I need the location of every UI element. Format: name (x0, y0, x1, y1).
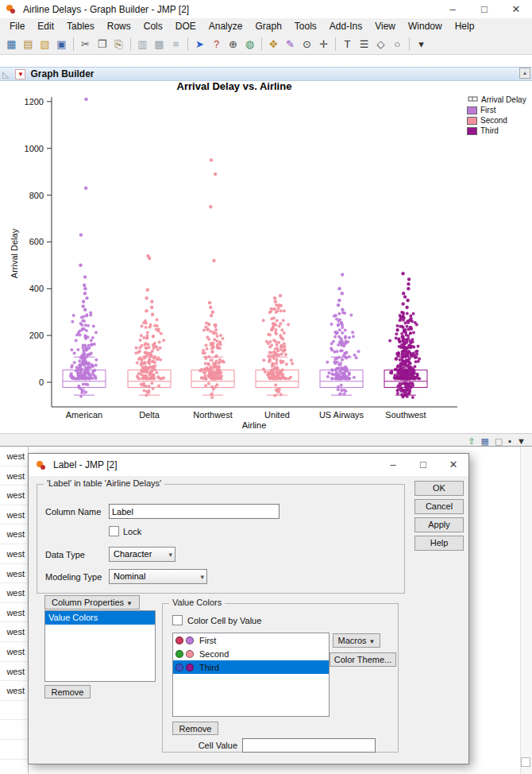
legend-swatch-second[interactable] (467, 117, 477, 125)
crosshair-tool-icon[interactable]: ⊕ (225, 37, 241, 52)
legend-entry-third[interactable]: Third (467, 126, 530, 135)
value-color-row-second[interactable]: Second (173, 647, 329, 660)
lock-checkbox[interactable] (109, 526, 119, 536)
legend-label: First (480, 106, 495, 114)
menu-view[interactable]: View (368, 18, 402, 34)
legend-swatch-third[interactable] (467, 127, 477, 135)
cell-value-input[interactable] (242, 738, 376, 753)
menu-cols[interactable]: Cols (137, 18, 169, 34)
cut-icon[interactable]: ✂ (77, 37, 94, 52)
vertical-scrollbar[interactable] (520, 447, 532, 774)
help-tool-icon[interactable]: ? (208, 37, 225, 52)
data-type-dropdown[interactable]: Character ▾ (109, 547, 175, 562)
legend-dropdown-icon[interactable]: ▼ (517, 436, 526, 446)
toolbar-separator (409, 37, 410, 51)
zoom-plus-tool-icon[interactable]: ✛ (315, 37, 332, 52)
dropdown-arrow-icon: ▼ (369, 638, 376, 645)
table-row-label[interactable]: west (0, 681, 28, 701)
macros-button[interactable]: Macros▼ (333, 633, 380, 648)
table-row-label[interactable]: west (0, 603, 28, 623)
menu-doe[interactable]: DOE (169, 18, 202, 34)
dialog-maximize-button[interactable]: □ (408, 454, 438, 476)
magnifier-tool-icon[interactable]: ⊙ (299, 37, 315, 52)
table-row-label[interactable]: west (0, 564, 28, 584)
black-swatch-icon[interactable]: ▪ (508, 436, 511, 446)
value-color-row-first[interactable]: First (173, 633, 329, 647)
table-row-label[interactable]: west (0, 583, 28, 603)
summary-icon[interactable]: ▥ (134, 37, 151, 52)
table-row-label[interactable]: west (0, 524, 28, 544)
svg-text:Arrival Delay: Arrival Delay (10, 228, 19, 278)
grid-view-icon[interactable]: ▦ (480, 436, 488, 446)
arrow-tool-icon[interactable]: ➤ (191, 37, 208, 52)
join-icon[interactable]: ▩ (151, 37, 168, 52)
pane-scroll-button[interactable]: ▴ (519, 68, 530, 79)
sort-icon[interactable]: ≡ (168, 37, 184, 52)
menu-addins[interactable]: Add-Ins (323, 18, 368, 34)
minimize-button[interactable]: – (437, 0, 468, 18)
color-cell-by-value-checkbox[interactable] (172, 615, 183, 625)
table-row-label[interactable]: west (0, 447, 28, 466)
menu-analyze[interactable]: Analyze (202, 18, 249, 34)
modeling-type-dropdown[interactable]: Nominal ▾ (109, 569, 207, 584)
table-row-label[interactable]: west (0, 466, 28, 486)
menu-tools[interactable]: Tools (288, 18, 323, 34)
disclosure-triangle-icon[interactable]: ◺ (2, 68, 9, 80)
remove-value-color-button[interactable]: Remove (172, 722, 218, 735)
status-bar: ⇧▦▢▪▼ (0, 433, 532, 446)
paste-icon[interactable]: ⎘ (110, 37, 127, 52)
table-row-label[interactable]: west (0, 622, 28, 642)
menu-tables[interactable]: Tables (60, 18, 101, 34)
annotate-lines-icon[interactable]: ☰ (356, 37, 372, 52)
copy-icon[interactable]: ❐ (94, 37, 110, 52)
new-journal-icon[interactable]: ▤ (20, 37, 37, 52)
white-swatch-icon[interactable]: ▢ (495, 436, 503, 446)
cancel-button[interactable]: Cancel (414, 499, 464, 514)
value-colors-group: Value Colors Color Cell by Value FirstSe… (162, 603, 399, 753)
globe-tool-icon[interactable]: ◍ (241, 37, 258, 52)
dialog-minimize-button[interactable]: – (378, 454, 408, 476)
annotate-oval-icon[interactable]: ○ (389, 37, 406, 52)
help-button[interactable]: Help (414, 536, 464, 551)
column-properties-button[interactable]: Column Properties▼ (44, 595, 140, 610)
red-triangle-menu-icon[interactable]: ▼ (15, 69, 25, 79)
legend-entry-second[interactable]: Second (467, 116, 530, 125)
apply-button[interactable]: Apply (414, 517, 464, 532)
properties-list[interactable]: Value Colors (44, 610, 156, 682)
column-info-group: 'Label' in table 'Airline Delays' Column… (37, 484, 405, 594)
color-theme-button[interactable]: Color Theme... (330, 652, 396, 667)
menu-file[interactable]: File (3, 18, 31, 34)
table-row-label[interactable]: west (0, 544, 28, 564)
goto-top-icon[interactable]: ⇧ (468, 436, 475, 446)
menu-window[interactable]: Window (402, 18, 449, 34)
legend-swatch-first[interactable] (467, 106, 477, 114)
graph-area[interactable]: 020040060080010001200AmericanDeltaNorthw… (6, 94, 462, 431)
value-colors-list[interactable]: FirstSecondThird (172, 633, 330, 717)
menu-graph[interactable]: Graph (249, 18, 287, 34)
legend-entry-first[interactable]: First (467, 106, 530, 114)
remove-property-button[interactable]: Remove (44, 685, 91, 699)
save-icon[interactable]: ▣ (53, 37, 70, 52)
table-row-label[interactable]: west (0, 486, 28, 505)
table-row-label[interactable]: west (0, 505, 28, 525)
annotate-shape-icon[interactable]: ◇ (372, 37, 389, 52)
table-row-label[interactable]: west (0, 662, 28, 682)
new-data-table-icon[interactable]: ▦ (3, 37, 20, 52)
ok-button[interactable]: OK (414, 481, 464, 496)
jmp-application-window: Airline Delays - Graph Builder - JMP [2]… (0, 0, 532, 774)
brush-tool-icon[interactable]: ✎ (282, 37, 299, 52)
value-color-row-third[interactable]: Third (173, 660, 329, 674)
table-row-label[interactable]: west (0, 642, 28, 662)
property-item-value-colors[interactable]: Value Colors (45, 611, 155, 625)
menu-edit[interactable]: Edit (31, 18, 60, 34)
open-icon[interactable]: ▧ (37, 37, 53, 52)
menu-help[interactable]: Help (449, 18, 481, 34)
close-button[interactable]: ✕ (500, 0, 532, 18)
menu-rows[interactable]: Rows (101, 18, 137, 34)
dialog-close-button[interactable]: ✕ (438, 454, 468, 476)
toolbar-overflow-icon[interactable]: ▾ (413, 37, 430, 52)
annotate-text-icon[interactable]: T (339, 37, 356, 52)
grabber-tool-icon[interactable]: ✥ (265, 37, 282, 52)
column-name-input[interactable] (109, 504, 279, 519)
maximize-button[interactable]: □ (468, 0, 500, 18)
